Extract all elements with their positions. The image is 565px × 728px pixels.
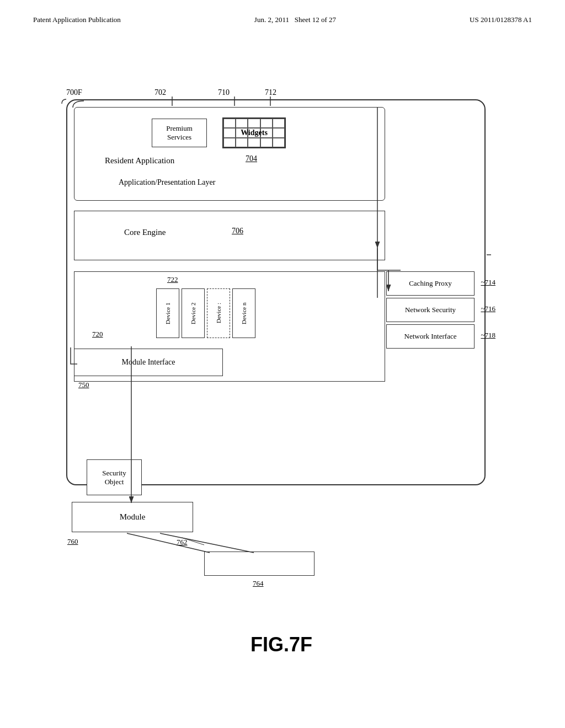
security-object-box: Security Object: [87, 459, 142, 495]
network-interface-label: Network Interface: [404, 332, 457, 341]
label-710: 710: [218, 88, 230, 97]
widgets-cell-12: [236, 138, 248, 147]
label-700f: 700F: [66, 88, 82, 97]
svg-line-9: [127, 533, 210, 553]
widgets-cell-15: [273, 138, 285, 147]
caching-proxy-box: Caching Proxy: [386, 271, 475, 296]
device-1-label: Device 1: [164, 302, 171, 324]
app-pres-layer-text: Application/Presentation Layer: [119, 178, 215, 187]
core-engine-box: Core Engine 706: [74, 211, 385, 260]
network-security-box: Network Security: [386, 298, 475, 322]
right-boxes: Caching Proxy ~714 Network Security ~716…: [386, 271, 475, 350]
premium-services-label: Premium Services: [166, 124, 193, 142]
widgets-cell-2: [236, 119, 248, 128]
label-712: 712: [265, 88, 276, 97]
label-722: 722: [167, 275, 178, 284]
date-label: Jun. 2, 2011: [254, 15, 289, 24]
widgets-box: Widgets: [222, 117, 286, 148]
label-716: ~716: [481, 304, 495, 313]
widgets-cell-3: [248, 119, 260, 128]
network-interface-box: Network Interface: [386, 324, 475, 349]
label-750: 750: [78, 381, 89, 389]
caching-proxy-row: Caching Proxy ~714: [386, 271, 475, 296]
widgets-cell-11: [223, 138, 236, 147]
label-720: 720: [92, 330, 103, 339]
caching-proxy-label: Caching Proxy: [409, 279, 452, 288]
diagram-area: 700F 702 710 712 Premium Services: [50, 66, 513, 673]
device-2-box: Device 2: [182, 288, 205, 338]
label-718: ~718: [481, 331, 495, 340]
patent-number: US 2011/0128378 A1: [470, 15, 532, 24]
svg-line-10: [160, 533, 254, 553]
widgets-cell-10: [273, 128, 285, 137]
device-2-label: Device 2: [190, 302, 196, 324]
label-764: 764: [253, 579, 264, 588]
core-engine-text: Core Engine: [124, 228, 166, 237]
network-interface-row: Network Interface ~718: [386, 324, 475, 349]
widgets-cell-5: [273, 119, 285, 128]
security-object-label: Security Object: [102, 469, 126, 486]
device-1-box: Device 1: [156, 288, 179, 338]
sheet-label: Sheet 12 of 27: [295, 15, 336, 24]
devices-container: Device 1 Device 2 Device : Device n: [156, 288, 255, 338]
widgets-cell-13: [248, 138, 260, 147]
box-764: [204, 552, 315, 576]
widgets-cell-14: [260, 138, 273, 147]
device-n-box: Device n: [232, 288, 255, 338]
widgets-cell-6: [223, 128, 236, 137]
label-760: 760: [67, 537, 78, 546]
resident-app-text: Resident Application: [105, 156, 174, 165]
module-box: Module: [72, 502, 193, 532]
module-label: Module: [120, 512, 146, 522]
label-702: 702: [154, 88, 166, 97]
module-interface-box: Module Interface: [74, 349, 223, 376]
device-n-label: Device n: [241, 302, 247, 324]
outer-box-700f: Premium Services: [66, 99, 486, 485]
label-704: 704: [246, 154, 257, 163]
label-714: ~714: [481, 278, 495, 287]
app-layer-box: Premium Services: [74, 107, 385, 201]
publication-label: Patent Application Publication: [33, 15, 121, 24]
page-header: Patent Application Publication Jun. 2, 2…: [0, 0, 565, 24]
sheet-info: Jun. 2, 2011 Sheet 12 of 27: [254, 15, 336, 24]
network-security-label: Network Security: [405, 306, 456, 314]
module-interface-label: Module Interface: [122, 358, 175, 367]
widgets-cell-4: [260, 119, 273, 128]
figure-label: FIG.7F: [250, 633, 312, 656]
widgets-cell-1: [223, 119, 236, 128]
premium-services-box: Premium Services: [152, 119, 207, 147]
device-dotted-box: Device :: [207, 288, 230, 338]
device-dotted-label: Device :: [215, 303, 222, 324]
label-706: 706: [232, 227, 243, 235]
label-762: 762: [177, 538, 188, 547]
widgets-label: Widgets: [241, 129, 268, 137]
network-security-row: Network Security ~716: [386, 298, 475, 322]
